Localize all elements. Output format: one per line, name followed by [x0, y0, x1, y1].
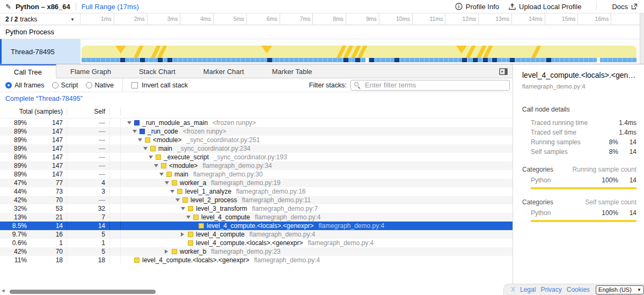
sample-segment-dark [355, 58, 360, 62]
ruler-tick-label: 16ms [580, 16, 609, 22]
category-square-icon [188, 206, 193, 211]
collapse-twisty-icon[interactable] [154, 164, 161, 167]
collapse-twisty-icon[interactable] [175, 198, 182, 202]
cell-spacer [110, 239, 121, 247]
invert-call-stack-label: Invert call stack [142, 82, 188, 89]
function-file: _sync_coordinator.py:251 [186, 136, 260, 144]
category-square-icon [193, 215, 199, 220]
tree-row[interactable]: 89%147—mainflamegraph_demo.py:30 [0, 170, 513, 179]
track-thread[interactable]: Thread-78495 [0, 39, 644, 64]
sample-segment-dark [158, 58, 163, 62]
ruler-tick-label: 1ms [83, 16, 112, 22]
tree-row[interactable]: 89%147—main_sync_coordinator.py:234 [0, 144, 513, 153]
expand-twisty-icon[interactable] [181, 232, 188, 237]
invert-call-stack-checkbox[interactable] [131, 82, 138, 88]
collapse-twisty-icon[interactable] [143, 147, 150, 150]
collapse-twisty-icon[interactable] [159, 173, 166, 176]
chevron-down-icon: ▼ [637, 287, 641, 292]
collapse-twisty-icon[interactable] [127, 121, 134, 124]
invert-call-stack-option[interactable]: Invert call stack [123, 82, 188, 89]
function-name: level_2_process [191, 196, 237, 204]
category-square-icon [140, 129, 145, 134]
upload-profile-button[interactable]: Upload Local Profile [509, 3, 581, 11]
tree-row[interactable]: 13%217level_4_computeflamegraph_demo.py:… [0, 213, 513, 222]
tree-row[interactable]: 89%147—<module>flamegraph_demo.py:34 [0, 161, 513, 170]
ruler-tick-label: 6ms [248, 16, 277, 22]
tree-row[interactable]: 89%147—<module>_sync_coordinator.py:251 [0, 136, 513, 144]
horizontal-scrollbar-thumb[interactable] [10, 290, 156, 294]
radio-all-frames[interactable] [5, 82, 12, 88]
scroll-left-arrow-icon[interactable]: ◂ [2, 287, 5, 294]
profile-info-button[interactable]: Profile Info [455, 3, 499, 11]
filter-stacks-input[interactable] [350, 80, 510, 91]
collapse-twisty-icon[interactable] [149, 156, 156, 159]
cell-function: mainflamegraph_demo.py:30 [121, 170, 513, 179]
cell-samples: 147 [27, 136, 67, 144]
category-square-icon [150, 146, 156, 151]
tree-row[interactable]: 9.7%165level_4_computeflamegraph_demo.py… [0, 230, 513, 239]
tab-marker-chart[interactable]: Marker Chart [189, 64, 258, 78]
ruler-tick-line [611, 13, 611, 25]
tree-row[interactable]: 47%774worker_aflamegraph_demo.py:19 [0, 179, 513, 187]
cell-percent: 13% [0, 213, 27, 222]
column-total-header[interactable]: Total (samples) [0, 108, 67, 116]
column-self-header[interactable]: Self [67, 108, 110, 116]
tab-marker-table[interactable]: Marker Table [258, 64, 326, 78]
radio-script[interactable] [52, 82, 58, 88]
tree-row[interactable]: 42%705worker_bflamegraph_demo.py:23 [0, 247, 513, 256]
tree-row[interactable]: 11%1818level_4_compute.<locals>.<genexpr… [0, 256, 513, 264]
tab-stack-chart[interactable]: Stack Chart [125, 64, 189, 78]
cell-function: worker_bflamegraph_demo.py:23 [121, 247, 513, 256]
main-panel: Call TreeFlame GraphStack ChartMarker Ch… [0, 64, 644, 295]
thread-track-label-panel[interactable]: Thread-78495 [0, 39, 80, 64]
tree-row[interactable]: 44%733level_1_analyzeflamegraph_demo.py:… [0, 187, 513, 196]
cell-samples: 147 [27, 170, 67, 179]
collapse-twisty-icon[interactable] [165, 181, 172, 185]
cell-self: — [67, 170, 110, 179]
tree-row[interactable]: 8.5%1414level_4_compute.<locals>.<genexp… [0, 222, 513, 230]
language-select[interactable]: English (US) ▼ [596, 285, 644, 294]
profile-title: Python – x86_64 [16, 3, 70, 11]
tab-flame-graph[interactable]: Flame Graph [56, 64, 125, 78]
collapse-twisty-icon[interactable] [133, 130, 140, 133]
call-node-sidebar: level_4_compute.<locals>.<genexpr> flame… [513, 64, 644, 295]
footer-link-cookies[interactable]: Cookies [567, 286, 590, 293]
ruler-tick-line [511, 13, 512, 25]
tree-row[interactable]: 42%70—level_2_processflamegraph_demo.py:… [0, 196, 513, 204]
collapse-twisty-icon[interactable] [181, 207, 188, 210]
footer-link-legal[interactable]: Legal [520, 286, 536, 293]
footer-link-x[interactable]: X [511, 286, 515, 293]
open-sidebar-icon [499, 68, 508, 75]
tree-row[interactable]: 89%147—_run_code<frozen runpy> [0, 127, 513, 136]
category-square-icon [161, 163, 166, 168]
docs-link[interactable]: Docs [612, 3, 638, 11]
cell-total: 42%70 [0, 196, 67, 204]
thread-track-graph[interactable] [80, 39, 640, 64]
complete-thread-link[interactable]: Complete “Thread-78495” [5, 95, 83, 102]
edit-profile-name-icon[interactable]: ✎ [5, 3, 11, 11]
cell-samples: 70 [27, 196, 67, 204]
tree-row[interactable]: 32%5332level_3_transformflamegraph_demo.… [0, 204, 513, 213]
footer-link-privacy[interactable]: Privacy [540, 286, 561, 293]
full-range-link[interactable]: Full Range (17ms) [82, 3, 139, 11]
tree-row[interactable]: 0.6%11level_4_compute.<locals>.<genexpr>… [0, 239, 513, 247]
tree-row[interactable]: 89%147—_execute_script_sync_coordinator.… [0, 153, 513, 161]
collapse-twisty-icon[interactable] [138, 138, 145, 142]
sidebar-toggle-button[interactable] [499, 67, 508, 76]
collapse-twisty-icon[interactable] [170, 190, 177, 193]
track-python-process[interactable]: Python Process [0, 25, 644, 39]
tree-row[interactable]: 89%147—_run_module_as_main<frozen runpy> [0, 119, 513, 127]
expand-twisty-icon[interactable] [165, 249, 172, 254]
cell-function: _run_code<frozen runpy> [121, 127, 513, 136]
tab-call-tree[interactable]: Call Tree [0, 64, 56, 78]
cell-percent: 44% [0, 187, 27, 196]
detail-label: Traced self time [522, 128, 595, 137]
collapse-twisty-icon[interactable] [186, 216, 193, 219]
category-square-icon [166, 172, 172, 177]
cell-function: <module>flamegraph_demo.py:34 [121, 161, 513, 170]
sample-segment-dark [267, 58, 272, 62]
ruler-tick-label: 13ms [480, 16, 509, 22]
radio-native[interactable] [86, 82, 92, 88]
tracks-count-dropdown[interactable]: 2 / 2 tracks ▼ [0, 13, 80, 25]
detail-label: Self samples [522, 147, 595, 157]
